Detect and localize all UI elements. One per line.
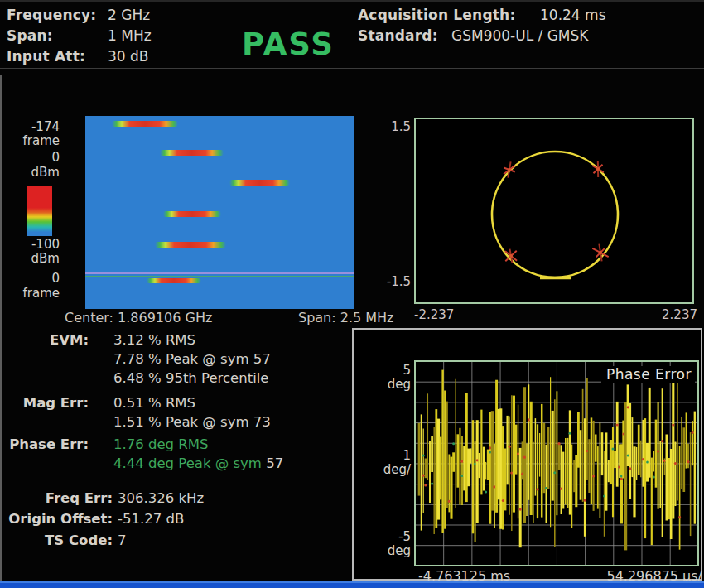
constellation-xmin-label: -2.237	[414, 307, 454, 322]
spectrogram-db-top-value: 0	[12, 151, 60, 165]
burst-streak	[155, 242, 226, 248]
constellation-trace	[416, 119, 692, 302]
spectrogram-center-label: Center: 1.869106 GHz	[65, 310, 212, 325]
spectrogram-db-top-unit: dBm	[12, 166, 60, 180]
phase-plot-ytop-unit: deg	[356, 378, 411, 392]
spectrogram-db-bottom-value: -100	[12, 238, 60, 252]
phase-err-peak-text: 4.44 deg Peak @ sym	[113, 455, 266, 471]
input-att-value: 30 dB	[108, 48, 149, 65]
spectrogram-top-frame-unit: frame	[12, 134, 60, 148]
phase-plot-ymid-unit: deg/	[356, 463, 411, 477]
span-label: Span:	[7, 27, 53, 44]
phase-plot-ymid-value: 1	[356, 449, 411, 463]
pass-status-badge: PASS	[242, 27, 335, 62]
constellation-ymax-label: 1.5	[364, 119, 411, 134]
constellation-ymin-label: -1.5	[364, 274, 411, 289]
mag-err-rms-value: 0.51 % RMS	[113, 395, 195, 411]
phase-plot-ytop-value: 5	[356, 364, 411, 378]
burst-streak	[163, 211, 221, 217]
phase-err-label: Phase Err:	[0, 436, 89, 452]
symbol-markers	[504, 161, 609, 263]
marker-line-purple	[85, 272, 354, 274]
phase-plot-ybottom-unit: deg	[356, 544, 411, 558]
evm-label: EVM:	[0, 332, 89, 348]
input-att-label: Input Att:	[7, 48, 85, 65]
origin-offset-value: -51.27 dB	[118, 511, 184, 527]
phase-error-plot: Phase Error	[414, 360, 699, 566]
evm-rms-value: 3.12 % RMS	[113, 332, 195, 348]
burst-streak	[160, 150, 224, 156]
freq-err-label: Freq Err:	[0, 490, 113, 506]
analyzer-screen: Frequency: 2 GHz Span: 1 MHz Input Att: …	[0, 0, 704, 588]
mag-err-peak-value: 1.51 % Peak @ sym 73	[113, 414, 271, 430]
origin-offset-label: Origin Offset:	[0, 511, 113, 527]
phase-plot-ybottom-value: -5	[356, 530, 411, 544]
evm-peak-value: 7.78 % Peak @ sym 57	[113, 351, 271, 367]
constellation-plot	[414, 118, 694, 304]
ts-code-value: 7	[118, 533, 127, 548]
burst-streak	[112, 121, 178, 127]
spectrogram-display	[85, 116, 354, 309]
spectrogram-bottom-frame-value: 0	[12, 272, 60, 286]
span-value: 1 MHz	[108, 27, 152, 44]
mag-err-label: Mag Err:	[0, 395, 89, 411]
standard-value: GSM900-UL / GMSK	[451, 27, 588, 44]
phase-err-peak-symbol: 57	[266, 455, 283, 471]
spectrogram-db-bottom-unit: dBm	[12, 252, 60, 266]
standard-label: Standard:	[358, 27, 438, 44]
ts-code-label: TS Code:	[0, 533, 113, 548]
frequency-label: Frequency:	[7, 7, 96, 23]
phase-err-rms-value: 1.76 deg RMS	[113, 436, 209, 452]
amplitude-colorbar	[27, 186, 52, 236]
marker-line-green	[85, 276, 354, 277]
evm-percentile-value: 6.48 % 95th Percentile	[113, 370, 268, 386]
header-separator	[0, 68, 704, 69]
burst-streak	[147, 278, 201, 283]
acquisition-length-value: 10.24 ms	[540, 7, 606, 23]
acquisition-length-label: Acquisition Length:	[358, 7, 515, 23]
freq-err-value: 306.326 kHz	[118, 490, 204, 506]
spectrogram-bottom-frame-unit: frame	[12, 287, 60, 301]
constellation-xmax-label: 2.237	[629, 307, 697, 322]
spectrogram-span-label: Span: 2.5 MHz	[298, 310, 394, 325]
spectrogram-top-frame-value: -174	[12, 120, 60, 134]
phase-error-trace	[416, 362, 697, 565]
phase-error-plot-title: Phase Error	[601, 366, 695, 383]
burst-streak	[229, 180, 290, 186]
bottom-taskbar	[0, 581, 704, 588]
frequency-value: 2 GHz	[108, 7, 150, 23]
phase-err-peak-value: 4.44 deg Peak @ sym 57	[113, 455, 283, 471]
